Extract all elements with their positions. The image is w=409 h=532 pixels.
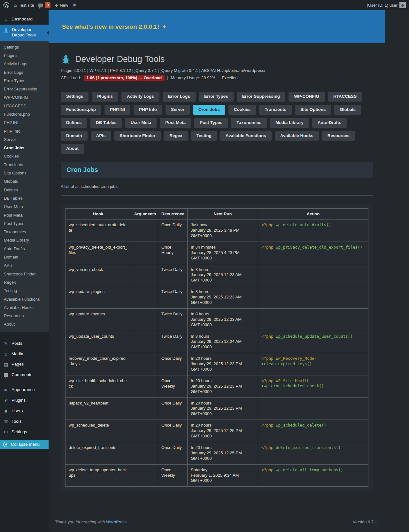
tab-post-meta[interactable]: Post Meta: [160, 118, 191, 128]
admin-sidebar: ⌂ Dashboard Developer Debug Tools Settin…: [0, 10, 49, 532]
tab-post-types[interactable]: Post Types: [194, 118, 228, 128]
pages-icon: ▤: [3, 362, 9, 367]
submenu-item-cron-jobs[interactable]: Cron Jobs: [0, 144, 49, 152]
sidebar-item-pages[interactable]: ▤Pages: [0, 359, 49, 370]
submenu-item-php-info[interactable]: PHP Info: [0, 127, 49, 135]
tab-php-info[interactable]: PHP Info: [134, 105, 162, 115]
tab-error-logs[interactable]: Error Logs: [163, 92, 196, 102]
tab-activity-logs[interactable]: Activity Logs: [121, 92, 159, 102]
submenu-item-error-types[interactable]: Error Types: [0, 77, 49, 85]
tab-auto-drafts[interactable]: Auto-Drafts: [312, 118, 347, 128]
submenu-item-globals[interactable]: Globals: [0, 177, 49, 186]
tab-shortcode-finder[interactable]: Shortcode Finder: [114, 131, 161, 141]
submenu-item-activity-logs[interactable]: Activity Logs: [0, 60, 49, 68]
wordpress-link[interactable]: WordPress: [106, 520, 127, 524]
user-account-menu[interactable]: (User ID: 1) user ☻: [367, 2, 406, 8]
site-name-menu[interactable]: ⌂ Test site: [14, 3, 34, 8]
action-cell: <?php delete_expired_transients(): [258, 442, 368, 464]
submenu-item-available-functions[interactable]: Available Functions: [0, 295, 49, 304]
tab-db-tables[interactable]: DB Tables: [90, 118, 122, 128]
tab-plugins[interactable]: Plugins: [92, 92, 118, 102]
sidebar-item-tools[interactable]: ⚒Tools: [0, 416, 49, 427]
tab-domain[interactable]: Domain: [61, 131, 88, 141]
tab-server[interactable]: Server: [166, 105, 190, 115]
submenu-item-about[interactable]: About: [0, 320, 49, 328]
tab-php-ini[interactable]: PHP.INI: [104, 105, 130, 115]
submenu-item-domain[interactable]: Domain: [0, 253, 49, 261]
sidebar-item-dashboard[interactable]: ⌂ Dashboard: [0, 14, 49, 25]
submenu-item-taxonomies[interactable]: Taxonomies: [0, 228, 49, 236]
tab-cookies[interactable]: Cookies: [228, 105, 256, 115]
tab-functions-php[interactable]: Functions.php: [61, 105, 101, 115]
submenu-item-server[interactable]: Server: [0, 135, 49, 144]
tab-error-suppressing[interactable]: Error Suppressing: [237, 92, 286, 102]
dashboard-icon: ⌂: [3, 17, 9, 21]
tab-settings[interactable]: Settings: [61, 92, 89, 102]
submenu-item-cookies[interactable]: Cookies: [0, 152, 49, 160]
page-header: Developer Debug Tools: [61, 54, 373, 65]
whats-new-banner[interactable]: See what's new in version 2.0.0.1! ✦: [49, 10, 385, 43]
tab-about[interactable]: About: [61, 144, 84, 154]
sidebar-item-users[interactable]: ☻Users: [0, 406, 49, 416]
tab-apis[interactable]: APIs: [91, 131, 111, 141]
recurrence-cell: Once Daily: [158, 420, 188, 442]
column-header-action: Action: [258, 209, 368, 220]
submenu-item-post-meta[interactable]: Post Meta: [0, 211, 49, 220]
collapse-menu-button[interactable]: ◀ Collapse menu: [0, 440, 49, 449]
sidebar-item-developer-debug-tools[interactable]: Developer Debug Tools: [0, 25, 49, 41]
wordpress-logo-menu[interactable]: Ⓦ: [3, 2, 9, 8]
tab-htaccess[interactable]: HTACCESS: [328, 92, 362, 102]
tab-taxonomies[interactable]: Taxonomies: [231, 118, 267, 128]
submenu-item-shortcode-finder[interactable]: Shortcode Finder: [0, 270, 49, 278]
sidebar-item-plugins[interactable]: ⚡Plugins: [0, 395, 49, 406]
submenu-item-wp-config[interactable]: WP-CONFIG: [0, 93, 49, 102]
new-content-menu[interactable]: + New: [55, 3, 68, 8]
tab-error-types[interactable]: Error Types: [199, 92, 234, 102]
bug-icon: [3, 27, 9, 33]
tab-user-meta[interactable]: User Meta: [125, 118, 157, 128]
sidebar-item-label: Media: [12, 351, 23, 357]
submenu-item-media-library[interactable]: Media Library: [0, 236, 49, 244]
tab-resources[interactable]: Resources: [322, 131, 355, 141]
submenu-item-available-hooks[interactable]: Available Hooks: [0, 304, 49, 312]
submenu-item-php-ini[interactable]: PHP.INI: [0, 119, 49, 127]
submenu-item-transients[interactable]: Transients: [0, 161, 49, 169]
submenu-item-settings[interactable]: Settings: [0, 43, 49, 51]
sidebar-item-comments[interactable]: Comments: [0, 370, 49, 380]
tab-available-hooks[interactable]: Available Hooks: [275, 131, 319, 141]
tab-regex[interactable]: Regex: [164, 131, 188, 141]
submenu-item-testing[interactable]: Testing: [0, 287, 49, 295]
tab-globals[interactable]: Globals: [334, 105, 361, 115]
submenu-item-site-options[interactable]: Site Options: [0, 169, 49, 177]
tab-transients[interactable]: Transients: [259, 105, 292, 115]
tab-cron-jobs[interactable]: Cron Jobs: [193, 105, 225, 115]
submenu-item-plugins[interactable]: Plugins: [0, 51, 49, 60]
submenu-item-error-suppressing[interactable]: Error Suppressing: [0, 85, 49, 93]
submenu-item-auto-drafts[interactable]: Auto-Drafts: [0, 245, 49, 253]
sidebar-item-label: Plugins: [12, 398, 26, 403]
tab-defines[interactable]: Defines: [61, 118, 87, 128]
sidebar-item-settings[interactable]: ⚙Settings: [0, 427, 49, 437]
submenu-item-db-tables[interactable]: DB Tables: [0, 194, 49, 203]
submenu-item-regex[interactable]: Regex: [0, 278, 49, 287]
submenu-item-apis[interactable]: APIs: [0, 261, 49, 270]
tab-site-options[interactable]: Site Options: [295, 105, 331, 115]
submenu-item-error-logs[interactable]: Error Logs: [0, 68, 49, 77]
sidebar-item-posts[interactable]: ✎Posts: [0, 338, 49, 349]
tab-wp-config[interactable]: WP-CONFIG: [289, 92, 325, 102]
tab-testing[interactable]: Testing: [191, 131, 217, 141]
action-cell: <?php wp_delete_auto_drafts(): [258, 220, 368, 242]
submenu-item-defines[interactable]: Defines: [0, 186, 49, 194]
submenu-item-functions-php[interactable]: Functions.php: [0, 110, 49, 119]
comments-menu[interactable]: 0: [38, 2, 50, 8]
submenu-item-htaccess[interactable]: HTACCESS: [0, 102, 49, 110]
sidebar-item-media[interactable]: ♫Media: [0, 349, 49, 359]
plugin-toolbar-menu[interactable]: ⚑: [73, 3, 76, 7]
sidebar-item-appearance[interactable]: ✒Appearance: [0, 385, 49, 395]
submenu-item-post-types[interactable]: Post Types: [0, 220, 49, 228]
submenu-item-user-meta[interactable]: User Meta: [0, 203, 49, 211]
sidebar-item-label: Posts: [12, 341, 22, 346]
tab-media-library[interactable]: Media Library: [270, 118, 309, 128]
submenu-item-resources[interactable]: Resources: [0, 312, 49, 320]
tab-available-functions[interactable]: Available Functions: [220, 131, 272, 141]
